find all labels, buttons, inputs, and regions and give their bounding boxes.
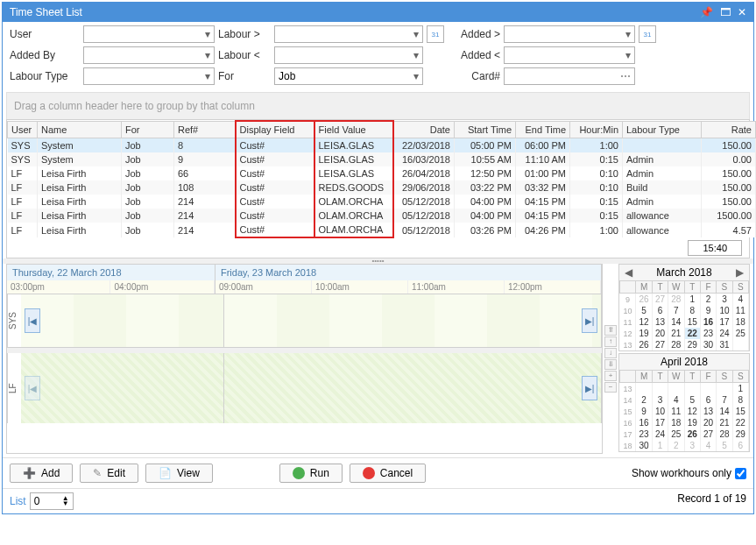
col-hour-min[interactable]: Hour:Min: [570, 121, 623, 138]
col-date[interactable]: Date: [393, 121, 455, 138]
calendar-day[interactable]: 10: [717, 305, 732, 316]
calendar-day[interactable]: 21: [717, 417, 732, 428]
calendar-day[interactable]: 25: [668, 428, 684, 440]
calendar-day[interactable]: 3: [652, 394, 668, 406]
calendar-icon[interactable]: 31: [427, 25, 444, 43]
calendar-day[interactable]: 12: [636, 316, 652, 328]
calendar-day[interactable]: 20: [652, 328, 668, 339]
calendar-day[interactable]: 23: [700, 328, 716, 339]
scroll-down-icon[interactable]: ↓: [604, 348, 617, 358]
calendar-day[interactable]: 26: [636, 339, 652, 350]
view-button[interactable]: 📄View: [145, 464, 213, 483]
calendar-day[interactable]: 4: [732, 294, 748, 306]
col-field-value[interactable]: Field Value: [314, 121, 393, 138]
calendar-day[interactable]: 29: [684, 339, 700, 350]
zoom-out-icon[interactable]: −: [604, 382, 617, 393]
calendar-march[interactable]: ◀ March 2018 ▶ MTWTFSS926272812341056789…: [618, 264, 750, 351]
calendar-day[interactable]: 27: [700, 428, 716, 440]
run-button[interactable]: Run: [279, 464, 343, 483]
calendar-day[interactable]: 4: [668, 394, 684, 406]
col-user[interactable]: User: [8, 121, 38, 138]
workhours-checkbox[interactable]: [735, 468, 746, 479]
col-name[interactable]: Name: [38, 121, 122, 138]
calendar-day[interactable]: 9: [700, 305, 716, 316]
col-ref[interactable]: Ref#: [174, 121, 236, 138]
added-gt-dropdown[interactable]: ▾: [504, 25, 635, 43]
calendar-day[interactable]: 10: [652, 406, 668, 417]
col-labour-type[interactable]: Labour Type: [623, 121, 702, 138]
calendar-day[interactable]: 28: [668, 339, 684, 350]
cal-next-icon[interactable]: ▶: [732, 266, 747, 279]
card-input[interactable]: ⋯: [504, 67, 635, 85]
calendar-day[interactable]: 11: [732, 305, 748, 316]
table-row[interactable]: LFLeisa FirthJob214Cust#OLAM.ORCHA05/12/…: [8, 195, 756, 209]
col-start-time[interactable]: Start Time: [455, 121, 516, 138]
calendar-day[interactable]: 15: [732, 406, 748, 417]
schedule-prev-button[interactable]: |◀: [25, 308, 40, 333]
calendar-day[interactable]: 6: [732, 440, 748, 451]
calendar-day[interactable]: 20: [700, 417, 716, 428]
calendar-day[interactable]: 1: [652, 440, 668, 451]
labour-type-dropdown[interactable]: ▾: [83, 67, 215, 85]
calendar-day[interactable]: 19: [636, 328, 652, 339]
zoom-in-icon[interactable]: +: [604, 371, 617, 381]
calendar-day[interactable]: 8: [732, 394, 748, 406]
calendar-day[interactable]: 3: [684, 440, 700, 451]
calendar-day[interactable]: 5: [717, 440, 732, 451]
calendar-day[interactable]: 11: [668, 406, 684, 417]
calendar-day[interactable]: 7: [717, 394, 732, 406]
calendar-day[interactable]: 16: [636, 417, 652, 428]
calendar-day[interactable]: 17: [717, 316, 732, 328]
calendar-day[interactable]: 5: [636, 305, 652, 316]
cal-prev-icon[interactable]: ◀: [621, 266, 636, 279]
list-spinner[interactable]: 0▲▼: [30, 492, 74, 510]
table-row[interactable]: LFLeisa FirthJob214Cust#OLAM.ORCHA05/12/…: [8, 209, 756, 223]
calendar-day[interactable]: 14: [668, 316, 684, 328]
pin-icon[interactable]: 📌: [700, 6, 713, 18]
calendar-day[interactable]: 9: [636, 406, 652, 417]
user-dropdown[interactable]: ▾: [83, 25, 215, 43]
calendar-day[interactable]: [717, 383, 732, 395]
calendar-day[interactable]: [684, 383, 700, 395]
maximize-icon[interactable]: 🗖: [720, 6, 731, 18]
calendar-day[interactable]: 13: [652, 316, 668, 328]
calendar-day[interactable]: 29: [732, 428, 748, 440]
calendar-day[interactable]: 24: [652, 428, 668, 440]
calendar-day[interactable]: 6: [652, 305, 668, 316]
schedule-next-button[interactable]: ▶|: [582, 376, 597, 400]
edit-button[interactable]: ✎Edit: [80, 464, 138, 483]
col-display-field[interactable]: Display Field: [236, 121, 314, 138]
calendar-icon[interactable]: 31: [639, 25, 656, 43]
calendar-day[interactable]: 18: [668, 417, 684, 428]
calendar-day[interactable]: 16: [700, 316, 716, 328]
calendar-day[interactable]: 1: [732, 383, 748, 395]
calendar-day[interactable]: 26: [636, 294, 652, 306]
calendar-day[interactable]: 30: [700, 339, 716, 350]
table-row[interactable]: SYSSystemJob9Cust#LEISA.GLAS16/03/201810…: [8, 152, 756, 166]
added-lt-dropdown[interactable]: ▾: [504, 46, 635, 64]
calendar-day[interactable]: 14: [717, 406, 732, 417]
calendar-day[interactable]: 18: [732, 316, 748, 328]
calendar-day[interactable]: 1: [684, 294, 700, 306]
calendar-day[interactable]: 15: [684, 316, 700, 328]
calendar-day[interactable]: [732, 339, 748, 350]
table-row[interactable]: SYSSystemJob8Cust#LEISA.GLAS22/03/201805…: [8, 138, 756, 153]
for-dropdown[interactable]: Job▾: [274, 67, 423, 85]
calendar-day[interactable]: [668, 383, 684, 395]
calendar-day[interactable]: 2: [700, 294, 716, 306]
col-for[interactable]: For: [122, 121, 174, 138]
add-button[interactable]: ➕Add: [10, 464, 73, 483]
group-by-area[interactable]: Drag a column header here to group by th…: [6, 92, 750, 119]
calendar-day[interactable]: 2: [636, 394, 652, 406]
cancel-button[interactable]: Cancel: [350, 464, 426, 483]
calendar-day[interactable]: 26: [684, 428, 700, 440]
calendar-day[interactable]: 22: [684, 328, 700, 339]
calendar-day[interactable]: 6: [700, 394, 716, 406]
scroll-up-icon[interactable]: ↑: [604, 336, 617, 347]
calendar-day[interactable]: 19: [684, 417, 700, 428]
col-rate[interactable]: Rate: [702, 121, 756, 138]
calendar-day[interactable]: 7: [668, 305, 684, 316]
calendar-day[interactable]: 4: [700, 440, 716, 451]
calendar-day[interactable]: 17: [652, 417, 668, 428]
calendar-day[interactable]: 5: [684, 394, 700, 406]
